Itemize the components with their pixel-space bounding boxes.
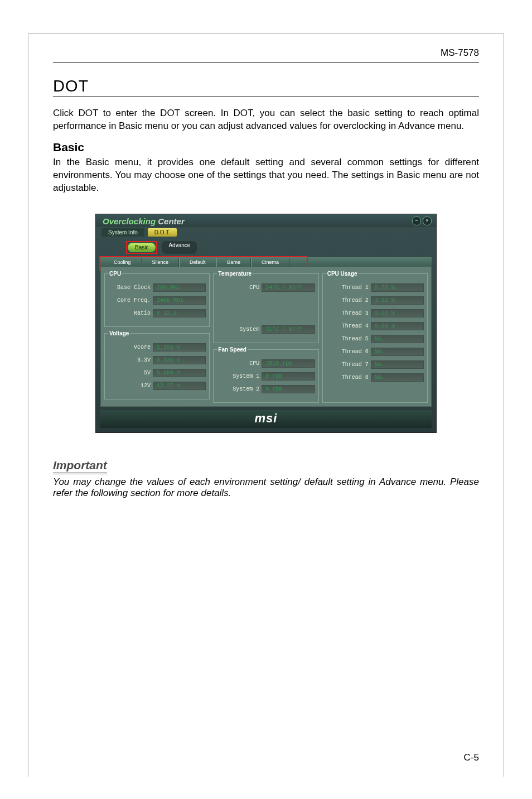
env-silence[interactable]: Silence bbox=[142, 258, 180, 267]
value: 3.336 V bbox=[153, 356, 206, 364]
subsection-text: In the Basic menu, it provides one defau… bbox=[53, 156, 479, 195]
value: 12.27 V bbox=[153, 382, 206, 390]
group-cpu-title: CPU bbox=[108, 271, 122, 277]
group-temperature: Temperature CPU34°C / 93°F System31°C / … bbox=[213, 271, 318, 343]
env-default[interactable]: Default bbox=[179, 258, 216, 267]
group-usage-title: CPU Usage bbox=[326, 271, 359, 277]
subsection-title: Basic bbox=[53, 141, 479, 154]
table-row: 5V5.080 V bbox=[108, 369, 206, 377]
label: System bbox=[217, 326, 262, 333]
section-intro: Click DOT to enter the DOT screen. In DO… bbox=[53, 107, 479, 133]
group-voltage: Voltage Vcore1.152 V 3.3V3.336 V 5V5.080… bbox=[104, 330, 210, 399]
value: 0 rpm bbox=[262, 372, 315, 381]
sub-tabs: Basic Advance bbox=[96, 238, 436, 255]
table-row: Core Freq.2400 MHz bbox=[108, 296, 206, 305]
screenshot: Overclocking Center – × System Info D.O.… bbox=[95, 214, 437, 433]
value: 3515 rpm bbox=[262, 359, 315, 368]
important-block: Important You may change the values of e… bbox=[53, 459, 479, 499]
group-temperature-title: Temperature bbox=[217, 271, 253, 277]
titlebar: Overclocking Center – × bbox=[96, 214, 436, 227]
important-label: Important bbox=[53, 459, 107, 474]
window-title-b: Center bbox=[158, 216, 185, 226]
table-row: Thread 30.00 % bbox=[326, 309, 424, 317]
oc-window: Overclocking Center – × System Info D.O.… bbox=[95, 214, 437, 433]
tab-dot[interactable]: D.O.T. bbox=[148, 228, 177, 237]
label: Thread 4 bbox=[326, 323, 371, 329]
table-row: System 20 rpm bbox=[217, 385, 315, 393]
value: 0 rpm bbox=[262, 385, 315, 393]
label: 3.3V bbox=[108, 357, 153, 363]
tab-system-info[interactable]: System Info bbox=[101, 228, 144, 237]
value: NA. bbox=[371, 335, 424, 343]
group-fan: Fan Speed CPU3515 rpm System 10 rpm Syst… bbox=[213, 346, 318, 403]
group-usage: CPU Usage Thread 10.78 % Thread 23.12 % … bbox=[322, 271, 428, 403]
value: 34°C / 93°F bbox=[262, 283, 315, 292]
brand-footer: msi bbox=[100, 410, 432, 428]
table-row: 12V12.27 V bbox=[108, 382, 206, 390]
group-voltage-title: Voltage bbox=[108, 330, 130, 336]
header-rule bbox=[53, 62, 479, 62]
group-fan-title: Fan Speed bbox=[217, 346, 248, 353]
value: 0.78 % bbox=[371, 283, 424, 292]
value: 1.152 V bbox=[153, 343, 206, 352]
label: Thread 7 bbox=[326, 362, 371, 368]
section-rule bbox=[53, 97, 479, 97]
env-cooling[interactable]: Cooling bbox=[104, 258, 142, 267]
window-title-a: Overclocking bbox=[103, 216, 156, 226]
panels: CPU Base Clock200 MHz Core Freq.2400 MHz… bbox=[100, 267, 432, 407]
table-row: Thread 5NA. bbox=[326, 335, 424, 343]
label: Core Freq. bbox=[108, 297, 153, 304]
label: Vcore bbox=[108, 344, 153, 350]
value: 3.12 % bbox=[371, 296, 424, 305]
label: 5V bbox=[108, 370, 153, 376]
env-game[interactable]: Game bbox=[216, 258, 252, 267]
highlight-basic: Basic bbox=[126, 241, 157, 254]
close-button[interactable]: × bbox=[423, 216, 432, 225]
table-row: CPU34°C / 93°F bbox=[217, 283, 315, 292]
page-number: C-5 bbox=[464, 752, 479, 763]
label: Thread 5 bbox=[326, 336, 371, 342]
value: 5.080 V bbox=[153, 369, 206, 377]
value: 200 MHz bbox=[153, 283, 206, 292]
model-id: MS-7578 bbox=[53, 47, 479, 59]
env-cinema[interactable]: Cinema bbox=[251, 258, 289, 267]
table-row: System 10 rpm bbox=[217, 372, 315, 381]
table-row: Thread 7NA. bbox=[326, 360, 424, 369]
label: Thread 1 bbox=[326, 285, 371, 291]
label: System 1 bbox=[217, 373, 262, 379]
value: 0.00 % bbox=[371, 322, 424, 330]
subtab-advance[interactable]: Advance bbox=[162, 241, 197, 254]
label: 12V bbox=[108, 383, 153, 389]
label: Thread 8 bbox=[326, 374, 371, 381]
value: 2400 MHz bbox=[153, 296, 206, 305]
label: Ratio bbox=[108, 310, 153, 316]
window-title: Overclocking Center bbox=[103, 216, 185, 226]
label: Base Clock bbox=[108, 285, 153, 291]
table-row: System31°C / 87°F bbox=[217, 325, 315, 334]
label: Thread 2 bbox=[326, 297, 371, 304]
table-row: Thread 6NA. bbox=[326, 348, 424, 356]
subtab-basic[interactable]: Basic bbox=[128, 243, 156, 252]
table-row: Thread 40.00 % bbox=[326, 322, 424, 330]
label: Thread 3 bbox=[326, 310, 371, 316]
minimize-button[interactable]: – bbox=[412, 216, 421, 225]
table-row: 3.3V3.336 V bbox=[108, 356, 206, 364]
group-cpu: CPU Base Clock200 MHz Core Freq.2400 MHz… bbox=[104, 271, 210, 327]
table-row: Thread 10.78 % bbox=[326, 283, 424, 292]
value: 0.00 % bbox=[371, 309, 424, 317]
label: Thread 6 bbox=[326, 349, 371, 355]
label: System 2 bbox=[217, 386, 262, 392]
table-row: CPU3515 rpm bbox=[217, 359, 315, 368]
important-text: You may change the values of each enviro… bbox=[53, 476, 479, 499]
label: CPU bbox=[217, 285, 262, 291]
top-tabs: System Info D.O.T. bbox=[96, 227, 436, 238]
value: x 12.0 bbox=[153, 309, 206, 317]
table-row: Ratiox 12.0 bbox=[108, 309, 206, 317]
table-row: Vcore1.152 V bbox=[108, 343, 206, 352]
env-row: Cooling Silence Default Game Cinema bbox=[100, 257, 432, 267]
label: CPU bbox=[217, 360, 262, 367]
value: 31°C / 87°F bbox=[262, 325, 315, 334]
table-row: Thread 23.12 % bbox=[326, 296, 424, 305]
section-title: DOT bbox=[53, 77, 479, 95]
value: NA. bbox=[371, 373, 424, 382]
